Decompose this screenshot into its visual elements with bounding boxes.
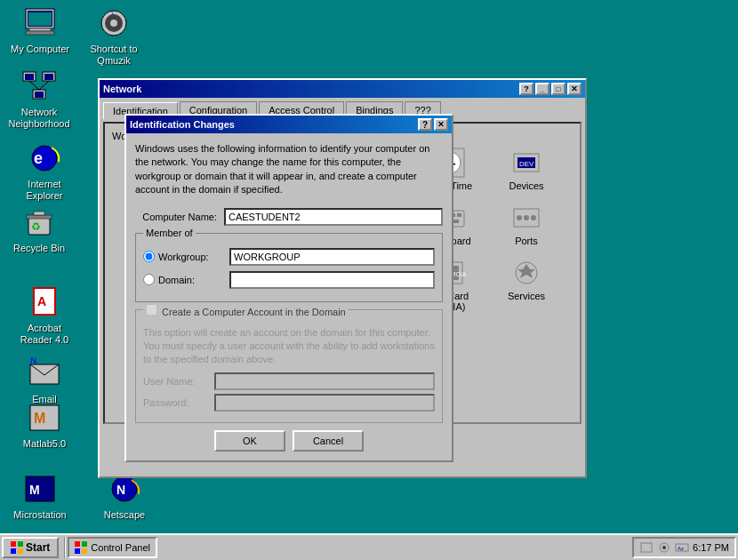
qmuzik-icon: ♪ (96, 5, 132, 41)
desktop-icon-matlab[interactable]: M Matlab5.0 (9, 400, 80, 451)
domain-account-desc: This option will create an account on th… (143, 326, 435, 367)
workgroup-input[interactable] (229, 248, 435, 266)
cp-services-label: Services (508, 291, 545, 301)
id-titlebar-buttons: ? ✕ (418, 118, 448, 131)
close-button[interactable]: ✕ (567, 83, 582, 95)
id-dialog-title: Identification Changes (130, 119, 235, 130)
matlab-label: Matlab5.0 (21, 437, 68, 451)
cp-icon-services[interactable]: Services (491, 257, 562, 312)
password-input[interactable] (214, 394, 435, 412)
workgroup-radio[interactable] (143, 251, 155, 262)
computer-name-input[interactable] (224, 208, 443, 226)
domain-account-checkbox[interactable] (146, 304, 157, 316)
svg-rect-11 (25, 74, 34, 80)
svg-rect-61 (75, 548, 80, 554)
ie-label: Internet Explorer (9, 178, 80, 203)
svg-rect-13 (44, 74, 53, 80)
svg-rect-5 (28, 12, 52, 12)
help-button[interactable]: ? (519, 83, 533, 95)
svg-text:♪: ♪ (110, 10, 114, 18)
id-dialog-buttons: OK Cancel (135, 430, 443, 452)
network-neighborhood-icon (21, 68, 57, 104)
computer-name-row: Computer Name: (135, 208, 443, 226)
control-panel-label: Control Panel (91, 542, 150, 553)
id-ok-button[interactable]: OK (214, 430, 285, 452)
svg-text:N: N (30, 357, 36, 365)
desktop-icon-network[interactable]: Network Neighborhood (4, 68, 75, 131)
network-window-title: Network (103, 84, 141, 94)
svg-point-49 (524, 215, 529, 220)
id-cancel-button[interactable]: Cancel (293, 430, 364, 452)
svg-rect-56 (18, 541, 23, 547)
svg-text:A: A (37, 294, 46, 308)
svg-rect-55 (11, 541, 16, 547)
desktop-icon-microstation[interactable]: M Microstation (4, 471, 76, 522)
cp-devices-label: Devices (509, 180, 543, 191)
my-computer-label: My Computer (9, 43, 71, 56)
desktop-icon-my-computer[interactable]: My Computer (4, 5, 76, 56)
cp-icon-devices[interactable]: DEV Devices (491, 147, 562, 191)
network-window-titlebar[interactable]: Network ? _ □ ✕ (100, 80, 585, 98)
my-computer-icon (22, 5, 58, 41)
member-of-box: Member of Workgroup: Domain: (135, 233, 443, 302)
cp-icon-ports[interactable]: Ports (491, 202, 562, 246)
desktop-icon-email[interactable]: N Email (9, 356, 80, 406)
taskbar-item-control-panel[interactable]: Control Panel (68, 537, 157, 558)
domain-row: Domain: (143, 271, 435, 289)
desktop-icon-netscape[interactable]: N Netscape (89, 471, 160, 522)
id-dialog-body: Windows uses the following information t… (126, 133, 452, 460)
svg-rect-57 (11, 548, 16, 554)
svg-point-65 (662, 546, 666, 549)
svg-rect-21 (27, 215, 52, 219)
svg-rect-63 (641, 543, 652, 552)
start-label: Start (26, 541, 50, 554)
domain-radio-label: Domain: (158, 275, 229, 285)
svg-rect-58 (18, 548, 23, 554)
id-close-button[interactable]: ✕ (434, 118, 448, 131)
svg-text:M: M (34, 411, 45, 426)
acrobat-label: Acrobat Reader 4.0 (9, 322, 80, 347)
svg-rect-22 (34, 212, 44, 215)
svg-rect-4 (28, 12, 52, 26)
windows-logo-icon (11, 541, 23, 554)
tray-icon-3: Az (675, 541, 689, 554)
password-row: Password: (143, 394, 435, 412)
acrobat-icon: A (27, 284, 62, 320)
id-help-button[interactable]: ? (418, 118, 432, 131)
username-input[interactable] (214, 372, 435, 390)
matlab-icon: M (27, 400, 62, 436)
desktop-icon-qmuzik[interactable]: ♪ Shortcut to Qmuzik (78, 5, 149, 68)
microstation-icon: M (22, 471, 58, 507)
desktop-icon-recycle[interactable]: ♻ Recycle Bin (4, 204, 75, 255)
desktop-icon-acrobat[interactable]: A Acrobat Reader 4.0 (9, 284, 80, 347)
maximize-button[interactable]: □ (551, 83, 566, 95)
svg-text:e: e (34, 149, 43, 167)
svg-rect-45 (457, 213, 461, 217)
desktop-icon-ie[interactable]: e Internet Explorer (9, 140, 80, 203)
network-neighborhood-label: Network Neighborhood (4, 106, 75, 131)
netscape-label: Netscape (102, 508, 147, 522)
svg-rect-62 (82, 548, 87, 554)
domain-account-legend: Create a Computer Account in the Domain (143, 304, 349, 317)
id-dialog-titlebar[interactable]: Identification Changes ? ✕ (126, 116, 452, 133)
minimize-button[interactable]: _ (535, 83, 549, 95)
taskbar-clock: 6:17 PM (693, 542, 729, 553)
workgroup-radio-label: Workgroup: (158, 252, 229, 262)
ie-icon: e (27, 140, 62, 176)
svg-rect-15 (35, 92, 44, 98)
username-label: User Name: (143, 376, 214, 387)
taskbar-divider (64, 537, 66, 558)
password-label: Password: (143, 397, 214, 408)
domain-radio[interactable] (143, 274, 155, 285)
svg-point-50 (531, 215, 536, 220)
start-button[interactable]: Start (2, 537, 59, 558)
svg-text:M: M (29, 483, 40, 497)
domain-input[interactable] (229, 271, 435, 289)
workgroup-row: Workgroup: (143, 248, 435, 266)
tray-icon-1 (639, 541, 654, 554)
control-panel-taskbar-icon (75, 541, 87, 554)
svg-rect-59 (75, 541, 80, 547)
cp-ports-label: Ports (515, 236, 538, 246)
member-of-legend: Member of (143, 228, 196, 238)
id-changes-dialog: Identification Changes ? ✕ Windows uses … (124, 114, 453, 462)
